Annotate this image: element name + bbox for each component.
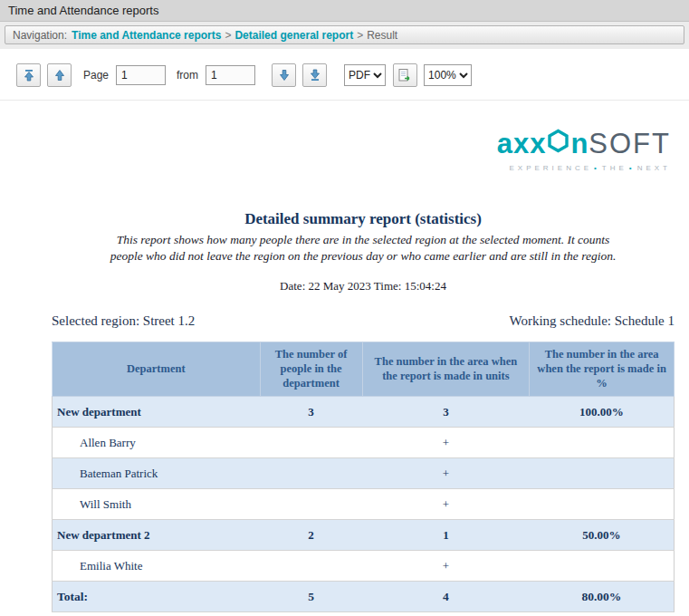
next-page-button[interactable] — [272, 63, 296, 87]
table-header-row: DepartmentThe number of people in the de… — [53, 342, 675, 397]
working-schedule-label: Working schedule: Schedule 1 — [510, 313, 675, 329]
page-label: Page — [83, 69, 109, 82]
last-page-button[interactable] — [302, 63, 327, 87]
value-cell: 3 — [260, 397, 362, 428]
table-row: New department 22150.00% — [53, 520, 675, 551]
report-page: axx nSOFT EXPERIENCE•THE•NEXT Detailed s… — [0, 128, 689, 612]
department-cell: Will Smith — [53, 489, 261, 520]
department-cell: New department 2 — [53, 520, 261, 551]
breadcrumb-item[interactable]: Time and Attendance reports — [72, 29, 221, 42]
arrow-down-icon — [278, 69, 291, 82]
breadcrumb-separator: > — [357, 29, 363, 42]
column-header: The number of people in the department — [260, 342, 362, 397]
axxonsoft-logo: axx nSOFT EXPERIENCE•THE•NEXT — [52, 128, 675, 172]
tagline-word: EXPERIENCE — [509, 164, 592, 172]
window-title: Time and Attendance reports — [8, 4, 158, 17]
value-cell: 100.00% — [530, 397, 675, 428]
value-cell — [530, 489, 675, 520]
value-cell: 80.00% — [530, 582, 675, 612]
zoom-select[interactable]: 100% — [424, 64, 472, 86]
from-label: from — [177, 69, 198, 82]
breadcrumb-item[interactable]: Detailed general report — [234, 29, 353, 42]
export-button[interactable] — [393, 63, 417, 87]
table-row: Bateman Patrick+ — [53, 458, 675, 489]
table-body: New department33100.00%Allen Barry+Batem… — [53, 397, 675, 612]
breadcrumb-items: Time and Attendance reports>Detailed gen… — [72, 29, 397, 42]
value-cell: 5 — [260, 582, 362, 612]
breadcrumb: Navigation: Time and Attendance reports>… — [5, 25, 684, 44]
column-header: Department — [53, 342, 261, 397]
department-cell: Total: — [53, 582, 261, 612]
arrow-up-icon — [53, 69, 66, 82]
report-table: DepartmentThe number of people in the de… — [52, 342, 675, 612]
value-cell — [260, 551, 362, 582]
first-page-button[interactable] — [16, 63, 41, 87]
tagline-word: NEXT — [637, 164, 671, 172]
value-cell — [260, 428, 362, 458]
value-cell: 2 — [260, 520, 362, 551]
tagline-dot-icon: • — [594, 164, 600, 172]
department-cell: New department — [53, 397, 261, 428]
table-row: Total:5480.00% — [53, 582, 675, 612]
window-title-bar: Time and Attendance reports — [0, 0, 689, 22]
value-cell: + — [362, 428, 530, 458]
department-cell: Allen Barry — [53, 428, 261, 458]
tagline-word: THE — [602, 164, 627, 172]
value-cell: 4 — [362, 582, 530, 612]
value-cell — [260, 489, 362, 520]
table-row: Allen Barry+ — [53, 428, 675, 458]
tagline-dot-icon: • — [629, 164, 636, 172]
table-row: New department33100.00% — [53, 397, 675, 428]
table-row: Emilia White+ — [53, 551, 675, 582]
value-cell — [530, 551, 675, 582]
table-row: Will Smith+ — [53, 489, 675, 520]
toolbar: Page from PDF 100% — [0, 49, 689, 101]
export-format-select[interactable]: PDF — [344, 64, 386, 86]
previous-page-button[interactable] — [47, 63, 72, 87]
department-cell: Bateman Patrick — [53, 458, 261, 489]
value-cell: + — [362, 551, 530, 582]
breadcrumb-item: Result — [367, 29, 397, 42]
logo-text-soft: SOFT — [589, 128, 671, 160]
value-cell: + — [362, 489, 530, 520]
value-cell — [530, 428, 675, 458]
breadcrumb-wrapper: Navigation: Time and Attendance reports>… — [0, 22, 689, 49]
value-cell — [530, 458, 675, 489]
selected-region-label: Selected region: Street 1.2 — [52, 313, 195, 329]
page-count-input[interactable] — [206, 65, 255, 85]
breadcrumb-separator: > — [225, 29, 231, 42]
column-header: The number in the area when the report i… — [362, 342, 530, 397]
column-header: The number in the area when the report i… — [530, 342, 675, 397]
export-report-icon — [397, 68, 413, 82]
value-cell — [260, 458, 362, 489]
page-input[interactable] — [116, 65, 166, 85]
breadcrumb-label: Navigation: — [13, 29, 67, 42]
hexagon-o-icon — [547, 128, 569, 160]
arrow-down-to-bottom-icon — [309, 69, 321, 82]
logo-tagline: EXPERIENCE•THE•NEXT — [52, 164, 671, 172]
value-cell: + — [362, 458, 530, 489]
value-cell: 50.00% — [530, 520, 675, 551]
report-title: Detailed summary report (statistics) — [52, 210, 675, 228]
logo-text-axx: axx — [497, 128, 547, 160]
value-cell: 3 — [362, 397, 530, 428]
logo-text-n: n — [570, 128, 589, 160]
report-datetime: Date: 22 May 2023 Time: 15:04:24 — [52, 279, 675, 294]
report-description: This report shows how many people there … — [104, 232, 622, 265]
arrow-up-to-top-icon — [23, 69, 35, 82]
department-cell: Emilia White — [53, 551, 261, 582]
value-cell: 1 — [362, 520, 530, 551]
